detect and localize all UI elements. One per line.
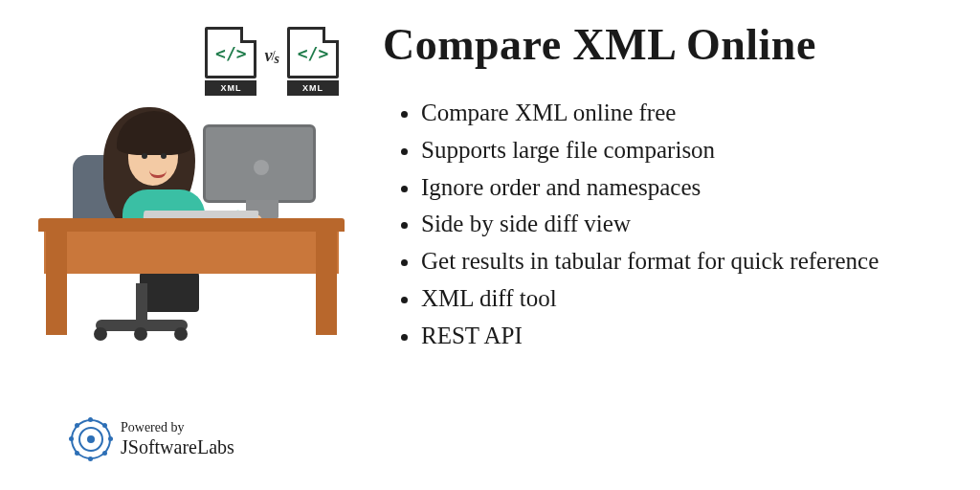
xml-file-right-label: XML [287,80,339,96]
list-item: Side by side diff view [421,206,951,243]
content-column: Compare XML Online Compare XML online fr… [364,0,980,490]
hero-illustration: </> XML v/s </> XML [38,19,345,345]
jsoftwarelabs-logo-icon [71,419,111,459]
page: </> XML v/s </> XML [0,0,980,490]
feature-list: Compare XML online free Supports large f… [383,95,951,354]
code-glyph-icon: </> [215,43,247,63]
brand-name: JSoftwareLabs [121,436,234,458]
page-title: Compare XML Online [383,19,951,70]
xml-file-left-icon: </> XML [205,27,256,96]
list-item: Supports large file comparison [421,132,951,169]
list-item: XML diff tool [421,280,951,318]
powered-by-label: Powered by [121,420,234,435]
chair-caster-icon [174,327,188,341]
list-item: Compare XML online free [421,95,951,132]
code-glyph-icon: </> [298,43,329,63]
xml-file-right-icon: </> XML [287,27,339,96]
list-item: Ignore order and namespaces [421,169,951,207]
chair-caster-icon [94,327,107,341]
illustration-column: </> XML v/s </> XML [0,0,364,490]
chair-caster-icon [134,327,147,341]
chair-post-icon [136,283,147,322]
list-item: REST API [421,318,951,355]
xml-file-left-label: XML [205,80,256,96]
versus-icon: v/s [264,46,279,66]
xml-vs-xml-icons: </> XML v/s </> XML [205,27,339,96]
desk-icon [38,218,345,232]
list-item: Get results in tabular format for quick … [421,243,951,280]
powered-by: Powered by JSoftwareLabs [71,419,234,459]
